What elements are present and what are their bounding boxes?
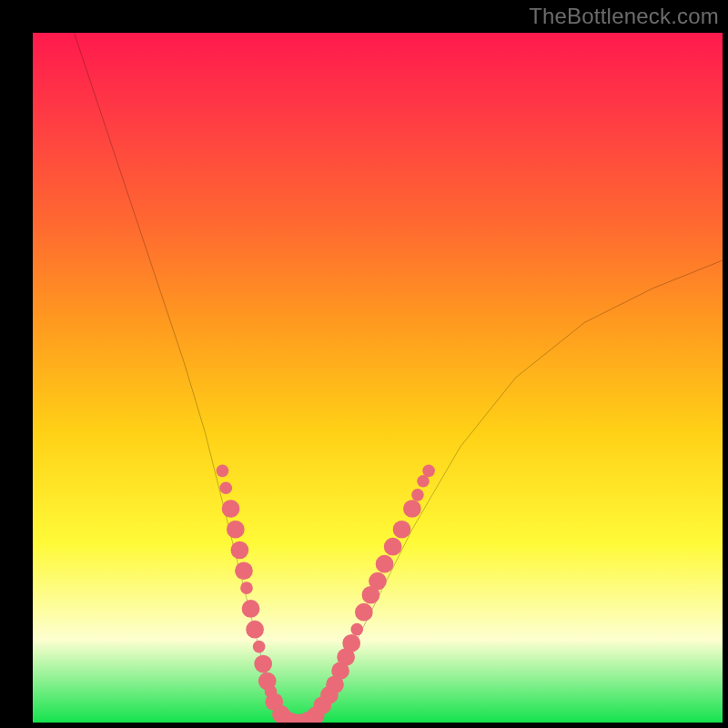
chart-frame: TheBottleneck.com — [0, 0, 728, 728]
curve-marker — [393, 521, 411, 539]
curve-marker — [222, 500, 240, 518]
chart-svg — [33, 33, 723, 723]
curve-marker — [403, 500, 421, 518]
curve-marker — [240, 581, 253, 594]
curve-marker — [422, 465, 435, 478]
curve-marker — [253, 641, 266, 653]
curve-marker — [246, 621, 264, 639]
curve-marker — [369, 572, 387, 591]
plot-area — [33, 33, 723, 723]
curve-marker — [355, 603, 373, 622]
curve-marker — [242, 600, 260, 618]
watermark-text: TheBottleneck.com — [529, 4, 719, 29]
curve-marker — [231, 541, 249, 560]
curve-marker — [227, 521, 245, 539]
curve-marker — [376, 555, 394, 573]
bottleneck-curve — [74, 33, 723, 723]
curve-marker — [254, 655, 272, 673]
curve-marker — [411, 489, 424, 501]
curve-marker — [384, 538, 402, 556]
curve-marker — [235, 561, 253, 580]
curve-markers — [217, 465, 435, 723]
curve-marker — [342, 634, 360, 652]
curve-marker — [217, 465, 229, 478]
curve-marker — [219, 481, 232, 494]
curve-marker — [350, 623, 363, 636]
